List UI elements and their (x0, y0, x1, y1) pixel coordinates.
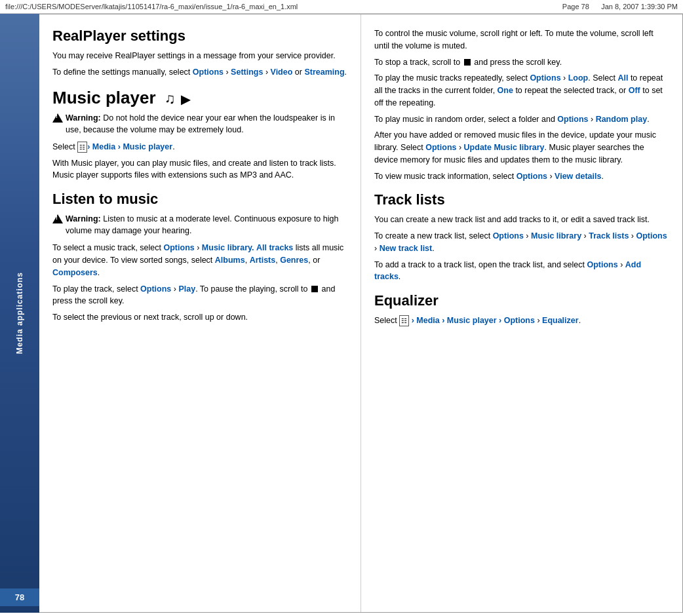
warning-block-1: Warning: Do not hold the device near you… (52, 112, 347, 136)
content-area: RealPlayer settings You may receive Real… (39, 14, 683, 613)
select-nav-text: Select ☷› Media › Music player. (52, 141, 347, 153)
warning-triangle-icon-2 (52, 214, 63, 223)
tracklists-title: Track lists (374, 191, 669, 208)
realplayer-title: RealPlayer settings (52, 28, 347, 45)
stop-symbol-2 (464, 59, 471, 66)
page-info: Page 78 Jan 8, 2007 1:39:30 PM (562, 3, 678, 10)
main-container: Media applications 78 RealPlayer setting… (0, 14, 683, 613)
realplayer-p1: You may receive RealPlayer settings in a… (52, 50, 347, 62)
warning-block-2: Warning: Listen to music at a moderate l… (52, 213, 347, 237)
music-play-icon: ▶ (181, 93, 190, 106)
top-bar: file:///C:/USERS/MODEServer/lkatajis/110… (0, 0, 683, 14)
music-player-desc: With Music player, you can play music fi… (52, 157, 347, 182)
listen-p1: To select a music track, select Options … (52, 242, 347, 279)
music-note-icon: ♫ (165, 90, 176, 107)
right-column: To control the music volume, scroll righ… (361, 14, 682, 612)
stop-symbol-1 (311, 286, 318, 292)
menu-icon-1: ☷ (77, 142, 87, 153)
update-p1: After you have added or removed music fi… (374, 129, 669, 166)
page-number: 78 (0, 588, 39, 606)
listen-p2: To play the track, select Options › Play… (52, 283, 347, 308)
volume-p3: To play the music tracks repeatedly, sel… (374, 72, 669, 109)
equalizer-title: Equalizer (374, 292, 669, 309)
volume-p1: To control the music volume, scroll righ… (374, 28, 669, 52)
warning-triangle-icon-1 (52, 113, 63, 123)
equalizer-p1: Select ☷ › Media › Music player › Option… (374, 315, 669, 327)
volume-p2: To stop a track, scroll to and press the… (374, 56, 669, 69)
left-column: RealPlayer settings You may receive Real… (39, 14, 361, 612)
realplayer-p2: To define the settings manually, select … (52, 66, 347, 79)
tracklists-p1: You can create a new track list and add … (374, 214, 669, 226)
sidebar: Media applications 78 (0, 14, 39, 613)
tracklists-p3: To add a track to a track list, open the… (374, 259, 669, 284)
music-player-title: Music player ♫ ▶ (52, 88, 347, 108)
viewdetails-p1: To view music track information, select … (374, 170, 669, 183)
listen-p3: To select the previous or next track, sc… (52, 311, 347, 324)
sidebar-label: Media applications (15, 272, 24, 354)
menu-icon-2: ☷ (399, 315, 409, 326)
tracklists-p2: To create a new track list, select Optio… (374, 230, 669, 255)
filepath: file:///C:/USERS/MODEServer/lkatajis/110… (5, 3, 298, 10)
listen-title: Listen to music (52, 191, 347, 208)
random-p1: To play music in random order, select a … (374, 113, 669, 126)
